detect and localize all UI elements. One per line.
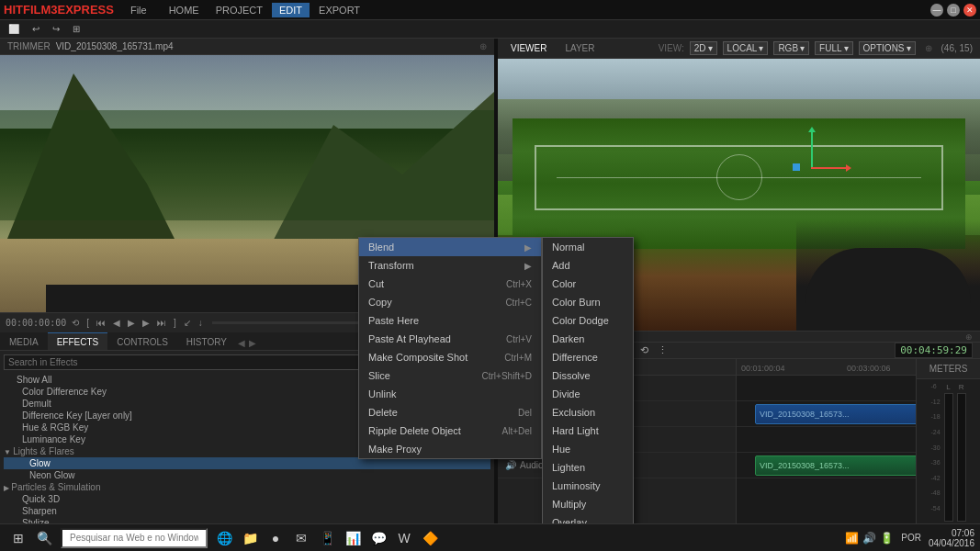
ctx-composite-label: Make Composite Shot (368, 352, 467, 363)
taskbar-search-icon[interactable]: 🔍 (31, 527, 57, 549)
ctx-unlink[interactable]: Unlink (359, 385, 541, 403)
ctx-paste-here-label: Paste Here (368, 315, 419, 326)
ctx-slice[interactable]: Slice Ctrl+Shift+D (359, 366, 541, 385)
taskbar-language: POR (901, 533, 921, 543)
blend-difference[interactable]: Difference (543, 348, 633, 366)
ctx-slice-shortcut: Ctrl+Shift+D (482, 371, 532, 381)
taskbar-search-input[interactable] (61, 528, 208, 548)
taskbar-start[interactable]: ⊞ (6, 527, 31, 549)
ctx-copy-shortcut: Ctrl+C (505, 298, 532, 308)
ctx-blend-label: Blend (368, 242, 394, 253)
blend-dissolve[interactable]: Dissolve (543, 366, 633, 385)
blend-color[interactable]: Color (543, 275, 633, 293)
taskbar-app5[interactable]: 📱 (314, 527, 340, 549)
blend-luminosity[interactable]: Luminosity (543, 477, 633, 495)
blend-darken[interactable]: Darken (543, 330, 633, 348)
blend-add[interactable]: Add (543, 256, 633, 275)
ctx-unlink-label: Unlink (368, 388, 397, 399)
taskbar-folder[interactable]: 📁 (237, 527, 263, 549)
taskbar-date: 04/04/2016 (929, 538, 974, 548)
blend-color-burn[interactable]: Color Burn (543, 293, 633, 311)
blend-exclusion[interactable]: Exclusion (543, 403, 633, 422)
ctx-composite[interactable]: Make Composite Shot Ctrl+M (359, 348, 541, 366)
ctx-delete-label: Delete (368, 407, 398, 418)
ctx-transform-label: Transform (368, 260, 414, 271)
ctx-cut-shortcut: Ctrl+X (506, 279, 532, 289)
blend-color-dodge[interactable]: Color Dodge (543, 311, 633, 330)
blend-hard-light[interactable]: Hard Light (543, 422, 633, 440)
sys-sound: 🔊 (862, 532, 876, 545)
ctx-delete-shortcut: Del (518, 408, 532, 418)
taskbar-app8[interactable]: 🔶 (417, 527, 443, 549)
ctx-cut[interactable]: Cut Ctrl+X (359, 275, 541, 293)
ctx-blend-arrow: ▶ (524, 242, 532, 253)
blend-divide[interactable]: Divide (543, 385, 633, 403)
ctx-paste-here[interactable]: Paste Here (359, 311, 541, 330)
taskbar-app6[interactable]: 📊 (340, 527, 366, 549)
taskbar-mail[interactable]: ✉ (288, 527, 314, 549)
taskbar-right: 📶 🔊 🔋 POR 07:06 04/04/2016 (845, 528, 974, 548)
taskbar-browser[interactable]: 🌐 (211, 527, 237, 549)
taskbar-chrome[interactable]: ● (263, 527, 288, 549)
ctx-transform-arrow: ▶ (524, 261, 532, 271)
ctx-slice-label: Slice (368, 370, 390, 381)
ctx-paste-playhead-shortcut: Ctrl+V (506, 334, 532, 344)
blend-hue[interactable]: Hue (543, 440, 633, 458)
ctx-ripple-shortcut: Alt+Del (501, 426, 532, 436)
ctx-cut-label: Cut (368, 278, 384, 289)
blend-submenu: Normal Add Color Color Burn Color Dodge … (542, 237, 634, 551)
ctx-make-proxy[interactable]: Make Proxy (359, 440, 541, 458)
ctx-proxy-label: Make Proxy (368, 444, 422, 455)
ctx-ripple-delete[interactable]: Ripple Delete Object Alt+Del (359, 422, 541, 440)
ctx-copy[interactable]: Copy Ctrl+C (359, 293, 541, 311)
taskbar-clock: 07:06 04/04/2016 (929, 528, 974, 548)
ctx-ripple-label: Ripple Delete Object (368, 425, 461, 436)
ctx-delete[interactable]: Delete Del (359, 403, 541, 422)
taskbar-time: 07:06 (952, 528, 974, 538)
ctx-paste-playhead[interactable]: Paste At Playhead Ctrl+V (359, 330, 541, 348)
ctx-paste-playhead-label: Paste At Playhead (368, 333, 451, 344)
ctx-composite-shortcut: Ctrl+M (504, 353, 532, 363)
taskbar-app7[interactable]: 💬 (366, 527, 391, 549)
sys-battery: 🔋 (880, 532, 894, 545)
context-menu-overlay: Blend ▶ Transform ▶ Cut Ctrl+X Copy Ctrl… (0, 0, 980, 551)
blend-multiply[interactable]: Multiply (543, 495, 633, 513)
ctx-copy-label: Copy (368, 297, 392, 308)
ctx-transform[interactable]: Transform ▶ (359, 256, 541, 275)
blend-normal[interactable]: Normal (543, 238, 633, 256)
sys-network: 📶 (845, 532, 859, 545)
ctx-blend[interactable]: Blend ▶ (359, 238, 541, 256)
blend-lighten[interactable]: Lighten (543, 458, 633, 477)
taskbar-word[interactable]: W (391, 527, 417, 549)
taskbar: ⊞ 🔍 🌐 📁 ● ✉ 📱 📊 💬 W 🔶 📶 🔊 🔋 POR 07:06 04… (0, 523, 980, 551)
context-menu: Blend ▶ Transform ▶ Cut Ctrl+X Copy Ctrl… (358, 237, 542, 459)
